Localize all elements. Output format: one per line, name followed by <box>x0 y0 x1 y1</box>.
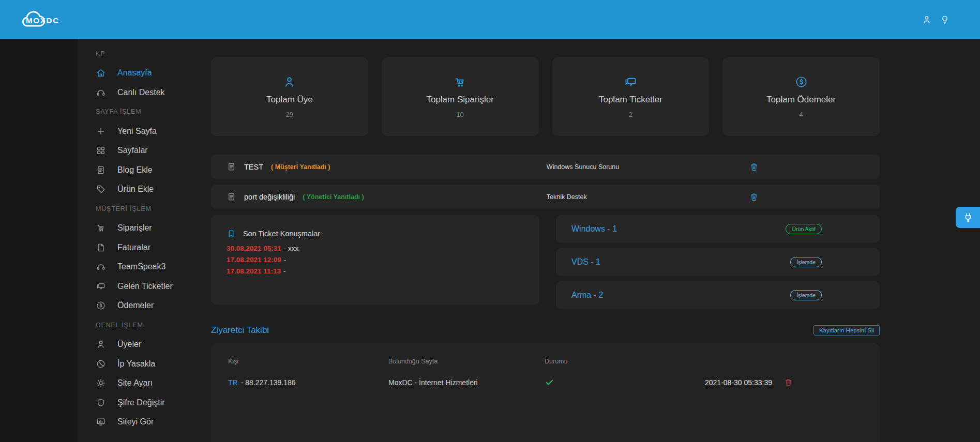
product-row-windows[interactable]: Windows - 1 Ürün Aktif <box>556 215 880 243</box>
stat-card-toplam-siparisler[interactable]: Toplam Siparişler 10 <box>382 57 539 136</box>
dollar-circle-icon <box>794 75 808 89</box>
visitor-page: MoxDC - İnternet Hizmetleri <box>388 378 545 387</box>
stat-value: 2 <box>629 111 632 118</box>
blog-document-icon <box>96 165 106 175</box>
conversation-entry: 17.08.2021 11:13- <box>227 266 524 277</box>
visitor-timestamp: 2021-08-30 05:33:39 <box>705 378 783 387</box>
stat-card-toplam-uye[interactable]: Toplam Üye 29 <box>211 57 368 136</box>
conversation-date: 30.08.2021 05:31 <box>227 245 281 252</box>
stat-cards-row: Toplam Üye 29 Toplam Siparişler 10 Topla… <box>211 57 880 136</box>
sidebar-item-blog-ekle[interactable]: Blog Ekle <box>96 160 211 180</box>
sidebar-item-siteyi-gor[interactable]: Siteyi Gör <box>96 413 211 432</box>
conversation-text: - xxx <box>284 245 299 252</box>
stat-label: Toplam Siparişler <box>426 95 493 105</box>
trash-icon[interactable] <box>749 192 759 202</box>
invoice-icon <box>96 242 106 253</box>
ticket-list: TEST ( Müşteri Yanıtladı ) Windows Sunuc… <box>211 155 880 209</box>
sidebar-item-anasayfa[interactable]: Anasayfa <box>96 64 211 83</box>
section-title: Ziyaretci Takibi <box>211 325 269 336</box>
sidebar-item-faturalar[interactable]: Faturalar <box>96 238 211 257</box>
conversation-text: - <box>284 256 287 264</box>
sidebar-item-sifre-degistir[interactable]: Şifre Değiştir <box>96 393 211 413</box>
sidebar-item-teamspeak3[interactable]: TeamSpeak3 <box>96 257 211 277</box>
chat-bubbles-icon <box>624 75 638 89</box>
online-check-icon <box>545 377 554 387</box>
sidebar-item-odemeler[interactable]: Ödemeler <box>96 296 211 316</box>
sidebar-item-site-ayari[interactable]: Site Ayarı <box>96 374 211 393</box>
stat-card-toplam-odemeler[interactable]: Toplam Ödemeler 4 <box>722 57 880 136</box>
product-row-vds[interactable]: VDS - 1 İşlemde <box>556 248 880 276</box>
cart-icon <box>96 223 106 233</box>
main-content: Toplam Üye 29 Toplam Siparişler 10 Topla… <box>211 39 880 442</box>
ticket-title: TEST <box>244 163 263 171</box>
visitor-tracking-header: Ziyaretci Takibi Kayıtların Hepsini Sil <box>211 325 880 336</box>
ticket-category: Windows Sunucu Sorunu <box>547 163 749 171</box>
sidebar-item-sayfalar[interactable]: Sayfalar <box>96 141 211 161</box>
ticket-category: Teknik Destek <box>547 193 749 201</box>
sidebar-section-kp: KP <box>96 44 211 64</box>
lightbulb-icon[interactable] <box>940 14 950 25</box>
sidebar-item-urun-ekle[interactable]: Ürün Ekle <box>96 180 211 200</box>
chat-bubbles-icon <box>96 281 106 292</box>
document-icon <box>227 192 236 202</box>
product-name: VDS - 1 <box>571 257 600 267</box>
stat-value: 29 <box>286 111 293 118</box>
shield-icon <box>96 398 106 408</box>
stat-label: Toplam Üye <box>266 95 313 105</box>
stat-card-toplam-ticketler[interactable]: Toplam Ticketler 2 <box>552 57 710 136</box>
ticket-title: port değişikliliği <box>244 193 295 201</box>
header-bar: MOXDC <box>0 0 980 39</box>
ticket-row[interactable]: TEST ( Müşteri Yanıtladı ) Windows Sunuc… <box>211 155 880 179</box>
clear-all-records-button[interactable]: Kayıtların Hepsini Sil <box>813 325 880 336</box>
sidebar-section-genel-islem: GENEL İŞLEM <box>96 315 211 335</box>
visitor-identity: TR- 88.227.139.186 <box>228 378 388 387</box>
product-name: Windows - 1 <box>571 224 617 234</box>
column-kisi: Kişi <box>228 358 388 365</box>
conversation-date: 17.08.2021 11:13 <box>227 267 281 275</box>
home-icon <box>96 68 106 78</box>
user-icon <box>282 75 296 89</box>
header-actions <box>922 14 950 25</box>
user-icon[interactable] <box>922 14 932 25</box>
status-badge: İşlemde <box>790 290 822 300</box>
status-badge: Ürün Aktif <box>786 224 822 234</box>
ticket-row[interactable]: port değişikliliği ( Yönetici Yanıtladı … <box>211 185 880 209</box>
document-icon <box>227 162 236 172</box>
brand-logo[interactable]: MOXDC <box>14 5 77 34</box>
stat-label: Toplam Ticketler <box>599 95 662 105</box>
dollar-circle-icon <box>96 300 106 311</box>
status-badge: İşlemde <box>790 257 822 267</box>
sidebar: KP Anasayfa Canlı Destek SAYFA İŞLEM Yen… <box>0 39 211 432</box>
sidebar-item-siparisler[interactable]: Siparişler <box>96 219 211 238</box>
table-row: TR- 88.227.139.186 MoxDC - İnternet Hizm… <box>228 377 880 387</box>
product-status-list: Windows - 1 Ürün Aktif VDS - 1 İşlemde A… <box>556 215 880 314</box>
visitor-country: TR <box>228 378 238 387</box>
visitor-table-head: Kişi Bulunduğu Sayfa Durumu <box>228 358 880 365</box>
bookmark-icon <box>227 229 236 238</box>
visitor-ip: - 88.227.139.186 <box>241 378 296 387</box>
trash-icon[interactable] <box>749 162 759 172</box>
panel-title: Son Ticket Konuşmalar <box>243 230 320 238</box>
customizer-toggle-button[interactable] <box>956 207 980 228</box>
monitor-icon <box>96 417 106 427</box>
sidebar-item-yeni-sayfa[interactable]: Yeni Sayfa <box>96 121 211 141</box>
column-durumu: Durumu <box>545 358 705 365</box>
trash-icon[interactable] <box>783 377 793 387</box>
ban-icon <box>96 359 106 369</box>
sidebar-item-uyeler[interactable]: Üyeler <box>96 335 211 355</box>
product-row-arma[interactable]: Arma - 2 İşlemde <box>556 281 880 309</box>
last-ticket-conversations-panel: Son Ticket Konuşmalar 30.08.2021 05:31- … <box>211 215 539 305</box>
sidebar-item-gelen-ticketler[interactable]: Gelen Ticketler <box>96 277 211 296</box>
plug-icon <box>962 212 974 223</box>
user-icon <box>96 339 106 349</box>
sidebar-item-ip-yasakla[interactable]: İp Yasakla <box>96 354 211 374</box>
headset-icon <box>96 262 106 272</box>
brand-name: MOXDC <box>26 16 59 25</box>
conversation-text: - <box>283 267 286 275</box>
product-name: Arma - 2 <box>571 291 603 300</box>
plus-icon <box>96 126 106 136</box>
conversation-entry: 17.08.2021 12:09- <box>227 254 524 266</box>
grid-icon <box>96 145 106 156</box>
conversation-entry: 30.08.2021 05:31- xxx <box>227 243 524 254</box>
sidebar-item-canli-destek[interactable]: Canlı Destek <box>96 83 211 102</box>
